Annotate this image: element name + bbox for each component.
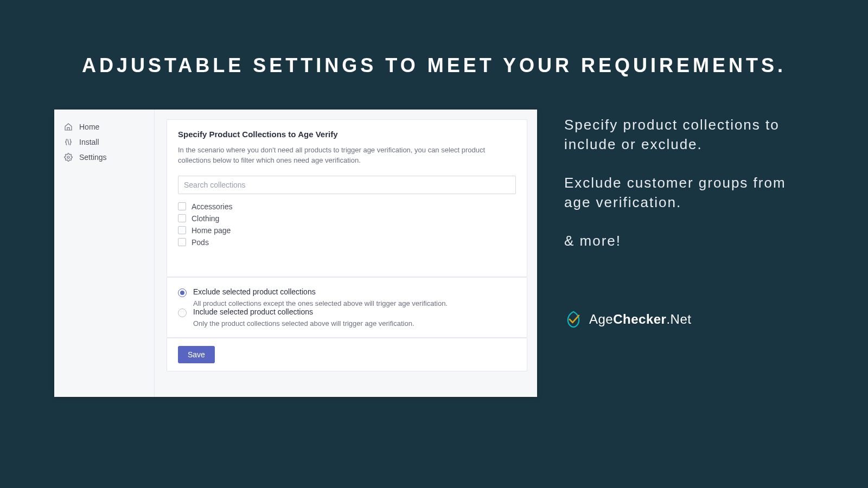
- include-exclude-card: Exclude selected product collections All…: [167, 277, 527, 338]
- radio-label: Exclude selected product collections: [193, 287, 316, 297]
- marketing-column: Specify product collections to include o…: [564, 110, 814, 329]
- sidebar-item-install[interactable]: Install: [54, 134, 154, 150]
- svg-point-0: [67, 156, 69, 158]
- marketing-line-3: & more!: [564, 231, 814, 251]
- collections-list: Accessories Clothing Home page Pods: [178, 201, 516, 248]
- brand-logo: AgeChecker.Net: [564, 310, 814, 329]
- radio-sublabel: All product collections except the ones …: [193, 299, 516, 307]
- brand-part-age: Age: [589, 312, 613, 326]
- save-bar: Save: [167, 338, 527, 371]
- radio-icon[interactable]: [178, 288, 187, 297]
- collection-row[interactable]: Clothing: [178, 213, 516, 224]
- checkbox-icon[interactable]: [178, 238, 186, 246]
- sidebar-item-label: Install: [79, 138, 99, 146]
- sidebar: Home Install Settings: [54, 110, 155, 397]
- sidebar-item-home[interactable]: Home: [54, 119, 154, 134]
- app-frame: Home Install Settings Specify Product Co…: [54, 110, 537, 397]
- code-braces-icon: [64, 138, 73, 146]
- sidebar-item-settings[interactable]: Settings: [54, 150, 154, 165]
- search-collections-input[interactable]: [178, 176, 516, 194]
- collections-card: Specify Product Collections to Age Verif…: [167, 119, 527, 277]
- main-panel: Specify Product Collections to Age Verif…: [155, 110, 537, 397]
- checkbox-icon[interactable]: [178, 214, 186, 222]
- content-row: Home Install Settings Specify Product Co…: [0, 110, 868, 397]
- collection-label: Home page: [192, 226, 231, 235]
- radio-option-include[interactable]: Include selected product collections: [178, 307, 516, 317]
- agechecker-logo-icon: [564, 310, 583, 329]
- collection-row[interactable]: Home page: [178, 224, 516, 236]
- collection-row[interactable]: Pods: [178, 236, 516, 248]
- radio-option-exclude[interactable]: Exclude selected product collections: [178, 287, 516, 297]
- save-button[interactable]: Save: [178, 346, 215, 363]
- marketing-line-2: Exclude customer groups from age verific…: [564, 173, 814, 213]
- radio-label: Include selected product collections: [193, 307, 313, 317]
- checkbox-icon[interactable]: [178, 202, 186, 210]
- home-icon: [64, 123, 73, 131]
- collection-row[interactable]: Accessories: [178, 201, 516, 213]
- brand-name: AgeChecker.Net: [589, 312, 691, 327]
- brand-part-checker: Checker: [613, 312, 666, 326]
- panel-description: In the scenario where you don't need all…: [178, 145, 516, 166]
- radio-icon[interactable]: [178, 309, 187, 317]
- gear-icon: [64, 153, 73, 162]
- brand-part-net: .Net: [666, 312, 691, 326]
- collection-label: Accessories: [192, 202, 232, 211]
- hero-title: ADJUSTABLE SETTINGS TO MEET YOUR REQUIRE…: [0, 0, 868, 110]
- collection-label: Pods: [192, 238, 209, 247]
- marketing-line-1: Specify product collections to include o…: [564, 115, 814, 155]
- sidebar-item-label: Home: [79, 123, 99, 131]
- sidebar-item-label: Settings: [79, 153, 107, 162]
- collection-label: Clothing: [192, 214, 219, 223]
- radio-sublabel: Only the product collections selected ab…: [193, 319, 516, 328]
- checkbox-icon[interactable]: [178, 226, 186, 234]
- panel-heading: Specify Product Collections to Age Verif…: [178, 130, 516, 139]
